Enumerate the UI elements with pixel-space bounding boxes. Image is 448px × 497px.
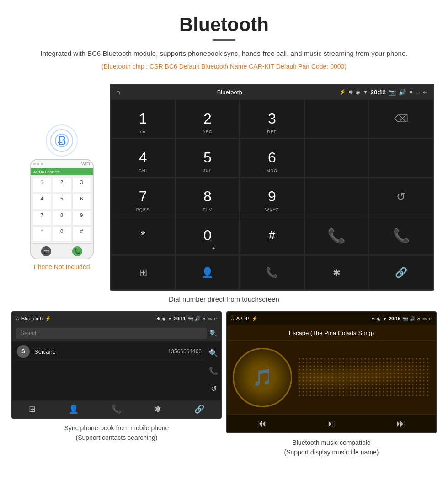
phone-key-8: 8 xyxy=(52,210,71,226)
music-next-icon[interactable]: ⏭ xyxy=(396,418,405,429)
phone-key-star: * xyxy=(32,226,51,242)
key-backspace[interactable]: ⌫ xyxy=(369,99,433,138)
title-underline xyxy=(213,39,235,41)
phone-key-3: 3 xyxy=(72,177,91,193)
grid-icon: ⊞ xyxy=(139,267,147,279)
pb-statusbar: ⌂ Bluetooth ⚡ ✱ ◉ ▼ 20:11 📷 🔊 ✕ ▭ ↩ xyxy=(12,312,221,325)
pb-statusbar-left: ⌂ Bluetooth ⚡ xyxy=(16,316,51,322)
main-screen-section: Ƀ WIFI Add to Contacts 1 2 3 4 5 6 7 xyxy=(0,84,448,291)
phone-cam-btn: 📷 xyxy=(41,246,51,256)
key-hash[interactable]: # xyxy=(240,216,304,255)
key-star-num: * xyxy=(141,228,145,243)
backspace-icon: ⌫ xyxy=(394,113,408,125)
pb-bt-icon: ✱ xyxy=(156,316,160,321)
phone-dot-2 xyxy=(37,163,39,165)
key-3-num: 3 xyxy=(268,110,276,127)
key-4[interactable]: 4 GHI xyxy=(111,138,175,177)
phone-key-7: 7 xyxy=(32,210,51,226)
pb-bottom-bt[interactable]: ✱ xyxy=(151,404,165,414)
music-back-icon: ↩ xyxy=(428,316,432,321)
key-8-num: 8 xyxy=(203,188,212,205)
phonebook-section: ⌂ Bluetooth ⚡ ✱ ◉ ▼ 20:11 📷 🔊 ✕ ▭ ↩ xyxy=(9,311,224,457)
key-3[interactable]: 3 DEF xyxy=(240,99,304,138)
key-4-num: 4 xyxy=(139,149,147,166)
phone-key-0: 0 xyxy=(52,226,71,242)
usb-icon: ⚡ xyxy=(339,89,346,95)
key-8[interactable]: 8 TUV xyxy=(175,177,240,216)
phone-key-2: 2 xyxy=(52,177,71,193)
key-6[interactable]: 6 MNO xyxy=(240,138,304,177)
music-bt-icon: ✱ xyxy=(371,316,375,321)
music-content: 🎵 xyxy=(227,341,436,414)
key-9[interactable]: 9 WXYZ xyxy=(240,177,304,216)
music-win-icon: ▭ xyxy=(422,316,427,321)
pb-x-icon: ✕ xyxy=(202,316,206,321)
statusbar-time: 20:12 xyxy=(371,89,386,96)
dot-pattern-svg xyxy=(298,357,430,398)
statusbar-right: ⚡ ✱ ◉ ▼ 20:12 📷 🔊 ✕ ▭ ↩ xyxy=(339,89,428,96)
phone-aside: Ƀ WIFI Add to Contacts 1 2 3 4 5 6 7 xyxy=(14,84,110,291)
statusbar-appname: Bluetooth xyxy=(217,89,242,96)
pb-bottom-link[interactable]: 🔗 xyxy=(191,404,208,414)
pb-bottom-grid[interactable]: ⊞ xyxy=(25,404,39,414)
pb-bottom-person[interactable]: 👤 xyxy=(65,404,82,414)
statusbar-left: ⌂ xyxy=(116,88,120,96)
contact-number: 13566664466 xyxy=(168,348,202,355)
phone-dot-3 xyxy=(41,163,43,165)
key-star[interactable]: * xyxy=(111,216,175,255)
key-0[interactable]: 0 + xyxy=(175,216,240,255)
bottom-nav-contacts[interactable]: 👤 xyxy=(175,255,240,290)
pb-win-icon: ▭ xyxy=(208,316,212,321)
pb-appname: Bluetooth xyxy=(21,316,43,321)
key-2[interactable]: 2 ABC xyxy=(175,99,240,138)
music-song-title: Escape (The Pina Colada Song) xyxy=(289,330,374,336)
pb-bottom-phone[interactable]: 📞 xyxy=(108,404,125,414)
music-info xyxy=(298,357,430,398)
bluetooth-waves: Ƀ xyxy=(43,122,80,159)
pb-refresh-side-icon[interactable]: ↺ xyxy=(208,380,219,398)
bottom-nav-link[interactable]: 🔗 xyxy=(369,255,433,290)
pb-search-input[interactable]: Search xyxy=(16,328,207,339)
key-4-sub: GHI xyxy=(139,168,147,173)
endcall-icon: 📞 xyxy=(393,227,410,243)
key-endcall[interactable]: 📞 xyxy=(369,216,433,255)
music-statusbar-right: ✱ ◉ ▼ 20:15 📷 🔊 ✕ ▭ ↩ xyxy=(371,316,432,321)
key-3-sub: DEF xyxy=(267,130,277,134)
phone-not-included-label: Phone Not Included xyxy=(34,263,90,270)
key-refresh[interactable]: ↺ xyxy=(369,177,433,216)
key-call[interactable]: 📞 xyxy=(304,216,369,255)
bluetooth-icon: Ƀ xyxy=(58,133,66,148)
music-prev-icon[interactable]: ⏮ xyxy=(257,418,267,429)
location-icon: ◉ xyxy=(356,89,360,95)
pb-search-side-icon[interactable]: 🔍 xyxy=(206,344,221,362)
music-caption: Bluetooth music compatible (Support disp… xyxy=(284,438,379,457)
music-section: ⌂ A2DP ⚡ ✱ ◉ ▼ 20:15 📷 🔊 ✕ ▭ ↩ E xyxy=(224,311,439,457)
bottom-nav-bluetooth[interactable]: ✱ xyxy=(304,255,369,290)
search-icon[interactable]: 🔍 xyxy=(209,330,217,337)
pb-home-icon: ⌂ xyxy=(16,316,19,321)
key-7-num: 7 xyxy=(139,188,147,205)
pb-call-side-icon[interactable]: 📞 xyxy=(206,362,221,380)
key-5-num: 5 xyxy=(203,149,212,166)
music-playpause-icon[interactable]: ⏯ xyxy=(327,418,336,429)
music-song-title-bar: Escape (The Pina Colada Song) xyxy=(227,325,436,341)
bottom-nav-grid[interactable]: ⊞ xyxy=(111,255,175,290)
pb-usb-icon: ⚡ xyxy=(45,316,51,322)
music-appname: A2DP xyxy=(236,316,250,321)
pb-contact-row: S Seicane 13566664466 xyxy=(12,341,206,362)
contact-avatar: S xyxy=(17,345,30,358)
key-5[interactable]: 5 JKL xyxy=(175,138,240,177)
key-8-sub: TUV xyxy=(203,207,212,212)
bottom-nav-phone[interactable]: 📞 xyxy=(240,255,304,290)
key-9-num: 9 xyxy=(268,188,276,205)
key-1[interactable]: 1 oo xyxy=(111,99,175,138)
main-dial-caption: Dial number direct from touchscreen xyxy=(0,295,448,303)
music-home-icon: ⌂ xyxy=(231,316,234,321)
key-7[interactable]: 7 PQRS xyxy=(111,177,175,216)
key-2-sub: ABC xyxy=(203,130,213,134)
bt-nav-icon: ✱ xyxy=(333,267,341,278)
pb-time: 20:11 xyxy=(174,316,186,321)
page-specs: (Bluetooth chip : CSR BC6 Default Blueto… xyxy=(18,63,430,70)
key-0-sub: + xyxy=(212,245,215,251)
back-icon: ↩ xyxy=(423,89,428,96)
